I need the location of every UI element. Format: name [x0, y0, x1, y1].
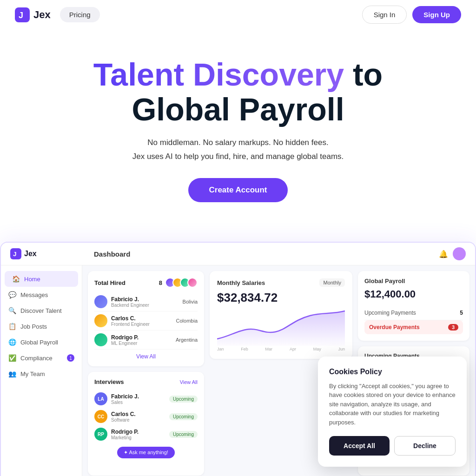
cookies-modal: Cookies Policy By clicking "Accept all c… — [318, 357, 467, 467]
payroll-title: Global Payroll — [364, 278, 463, 284]
payroll-icon: 🌐 — [8, 338, 16, 346]
svg-text:J: J — [19, 11, 23, 20]
int-role-2: Software — [111, 417, 165, 423]
discover-icon: 🔍 — [8, 307, 16, 314]
db-brand-name: Jex — [24, 250, 37, 258]
compliance-badge: 1 — [67, 354, 74, 362]
chart-label-feb: Feb — [241, 347, 248, 351]
int-name-3: Rodrigo P. — [111, 429, 165, 435]
person-name-2: Carlos C. — [111, 315, 172, 322]
person-role-2: Frontend Engineer — [111, 322, 172, 327]
user-avatar[interactable] — [453, 247, 466, 260]
overdue-count: 3 — [448, 324, 458, 331]
person-country-1: Bolivia — [183, 299, 198, 304]
person-avatar-1 — [94, 295, 107, 308]
sidebar-item-team[interactable]: 👥 My Team — [1, 366, 82, 382]
salary-period[interactable]: Monthly — [319, 278, 345, 287]
person-info-3: Rodrigo P. ML Engineer — [111, 334, 172, 346]
signin-button[interactable]: Sign In — [362, 6, 407, 24]
upcoming-payments-count: 5 — [460, 310, 463, 316]
int-role-3: Marketing — [111, 435, 165, 440]
sidebar-label-team: My Team — [20, 370, 45, 377]
logo[interactable]: J Jex — [15, 7, 51, 22]
sidebar-label-messages: Messages — [20, 291, 48, 298]
person-avatar-2 — [94, 314, 107, 327]
sidebar-label-discover: Discover Talent — [20, 307, 62, 314]
total-hired-card: Total Hired 8 — [88, 271, 204, 366]
sidebar-item-payroll[interactable]: 🌐 Global Payroll — [1, 334, 82, 350]
cookies-buttons: Accept All Decline — [329, 436, 456, 456]
int-status-2: Upcoming — [169, 413, 198, 420]
svg-text:J: J — [13, 251, 17, 258]
monthly-salaries-card: Monthly Salaries Monthly $32,834.72 — [210, 271, 352, 359]
overdue-payments-row: Overdue Payments 3 — [364, 320, 463, 334]
chart-label-jun: Jun — [338, 347, 345, 351]
sidebar-item-messages[interactable]: 💬 Messages — [1, 287, 82, 303]
person-country-3: Argentina — [176, 337, 198, 343]
int-info-2: Carlos C. Software — [111, 411, 165, 423]
bell-icon[interactable]: 🔔 — [439, 250, 448, 258]
sidebar-item-home[interactable]: 🏠 Home — [5, 271, 78, 287]
person-info-1: Fabricio J. Backend Engineer — [111, 296, 179, 308]
hero-subtitle2: Jex uses AI to help you find, hire, and … — [15, 152, 461, 161]
avatar-stack — [165, 278, 198, 288]
upcoming-payments-label: Upcoming Payments — [364, 310, 416, 316]
hero-title-gradient: Talent Discovery — [93, 57, 344, 92]
hero-section: Talent Discovery toGlobal Payroll No mid… — [0, 29, 476, 221]
chart-label-apr: Apr — [290, 347, 296, 351]
person-country-2: Colombia — [176, 318, 198, 324]
upcoming-payments-row: Upcoming Payments 5 — [364, 306, 463, 320]
pricing-nav-item[interactable]: Pricing — [60, 7, 100, 22]
int-info-3: Rodrigo P. Marketing — [111, 429, 165, 440]
person-avatar-3 — [94, 333, 107, 346]
list-item: CC Carlos C. Software Upcoming — [94, 408, 198, 425]
salary-label: Monthly Salaries — [217, 279, 265, 286]
person-name-3: Rodrigo P. — [111, 334, 172, 341]
person-role-3: ML Engineer — [111, 341, 172, 346]
person-role-1: Backend Engineer — [111, 303, 179, 308]
overdue-label: Overdue Payments — [369, 324, 420, 331]
interviews-title: Interviews — [94, 378, 124, 385]
db-logo: J Jex — [10, 248, 37, 259]
int-name-1: Fabricio J. — [111, 393, 165, 400]
sidebar-label-payroll: Global Payroll — [20, 339, 58, 346]
int-av-3: RP — [94, 428, 107, 441]
sidebar-label-compliance: Compliance — [20, 355, 53, 362]
int-status-1: Upcoming — [169, 396, 198, 403]
team-icon: 👥 — [8, 370, 16, 377]
sidebar-item-discover[interactable]: 🔍 Discover Talent — [1, 303, 82, 318]
interviews-card: Interviews View All LA Fabricio J. Sales… — [88, 372, 204, 476]
person-name-1: Fabricio J. — [111, 296, 179, 303]
total-hired-right: 8 — [159, 278, 198, 288]
compliance-icon: ✅ — [8, 354, 16, 362]
av-4 — [187, 278, 198, 288]
messages-icon: 💬 — [8, 291, 16, 298]
decline-cookies-button[interactable]: Decline — [394, 436, 456, 456]
table-row: Fabricio J. Backend Engineer Bolivia — [94, 292, 198, 311]
hero-subtitle1: No middleman. No salary markups. No hidd… — [15, 138, 461, 147]
list-item: RP Rodrigo P. Marketing Upcoming — [94, 425, 198, 443]
ask-anything-button[interactable]: ✦ Ask me anything! — [117, 447, 175, 458]
int-av-2: CC — [94, 410, 107, 423]
brand-name: Jex — [33, 9, 51, 21]
int-name-2: Carlos C. — [111, 411, 165, 417]
view-all-button[interactable]: View All — [94, 353, 198, 360]
left-panel: Total Hired 8 — [88, 271, 204, 476]
interviews-view-all[interactable]: View All — [180, 379, 198, 385]
signup-button[interactable]: Sign Up — [412, 6, 461, 23]
int-av-1: LA — [94, 392, 107, 405]
nav-right: Sign In Sign Up — [362, 6, 461, 24]
chart-label-may: May — [313, 347, 321, 351]
int-role-1: Sales — [111, 400, 165, 405]
db-topbar-icons: 🔔 — [439, 247, 466, 260]
chart-label-jan: Jan — [217, 347, 224, 351]
sidebar-label-home: Home — [24, 276, 40, 283]
person-info-2: Carlos C. Frontend Engineer — [111, 315, 172, 327]
total-hired-header: Total Hired 8 — [94, 278, 198, 288]
sidebar-item-compliance[interactable]: ✅ Compliance 1 — [1, 350, 82, 366]
accept-cookies-button[interactable]: Accept All — [329, 436, 390, 456]
create-account-button[interactable]: Create Account — [188, 178, 287, 202]
cookies-title: Cookies Policy — [329, 368, 456, 376]
sidebar-item-jobs[interactable]: 📋 Job Posts — [1, 318, 82, 334]
int-status-3: Upcoming — [169, 431, 198, 438]
